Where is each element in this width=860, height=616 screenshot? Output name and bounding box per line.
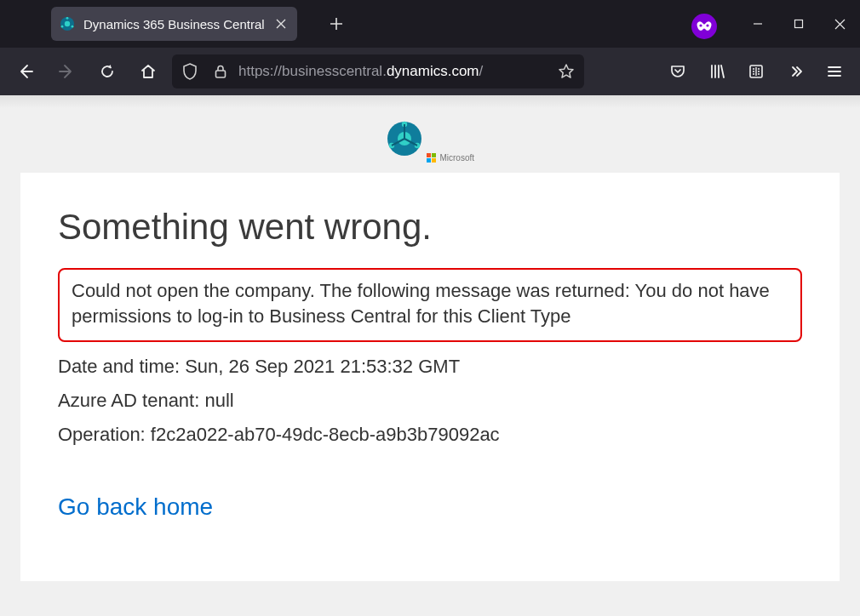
window-maximize-button[interactable] <box>778 7 819 41</box>
microsoft-logo: Microsoft <box>427 153 474 163</box>
business-central-logo-icon <box>386 120 423 157</box>
home-button[interactable] <box>131 54 165 88</box>
pocket-icon[interactable] <box>661 54 695 88</box>
reader-view-icon[interactable] <box>739 54 773 88</box>
tenant-label: Azure AD tenant: <box>58 390 204 411</box>
new-tab-button[interactable] <box>323 10 350 37</box>
url-protocol: https:// <box>238 63 282 79</box>
tab-favicon <box>60 16 75 31</box>
tab-strip: Dynamics 365 Business Central <box>0 0 350 41</box>
toolbar-right <box>661 54 851 88</box>
library-icon[interactable] <box>700 54 734 88</box>
microsoft-logo-icon <box>427 153 436 163</box>
browser-tab[interactable]: Dynamics 365 Business Central <box>51 7 297 41</box>
reload-button[interactable] <box>90 54 124 88</box>
back-button[interactable] <box>9 54 43 88</box>
window-titlebar: Dynamics 365 Business Central <box>0 0 860 48</box>
datetime-label: Date and time: <box>58 356 185 377</box>
toolbar-shadow <box>0 95 860 108</box>
error-message: Could not open the company. The followin… <box>72 278 788 328</box>
page-content: Microsoft Something went wrong. Could no… <box>0 108 860 581</box>
address-bar[interactable]: https://businesscentral.dynamics.com/ <box>172 54 584 88</box>
overflow-icon[interactable] <box>778 54 812 88</box>
browser-toolbar: https://businesscentral.dynamics.com/ <box>0 48 860 95</box>
page-title: Something went wrong. <box>58 207 802 248</box>
tab-title: Dynamics 365 Business Central <box>83 17 265 31</box>
app-menu-icon[interactable] <box>817 54 851 88</box>
url-domain: dynamics.com <box>387 63 479 79</box>
url-subdomain: businesscentral. <box>282 63 387 79</box>
operation-label: Operation: <box>58 424 151 445</box>
svg-point-5 <box>699 24 702 26</box>
datetime-row: Date and time: Sun, 26 Sep 2021 21:53:32… <box>58 356 802 378</box>
operation-value: f2c2a022-ab70-49dc-8ecb-a9b3b79092ac <box>151 424 500 445</box>
error-card: Something went wrong. Could not open the… <box>20 173 840 581</box>
titlebar-right <box>691 0 860 48</box>
svg-rect-7 <box>795 20 803 28</box>
private-browsing-icon <box>691 14 717 39</box>
svg-point-6 <box>706 24 708 26</box>
forward-button[interactable] <box>49 54 83 88</box>
lock-icon[interactable] <box>208 59 233 84</box>
microsoft-logo-text: Microsoft <box>439 153 474 163</box>
svg-point-1 <box>65 21 70 26</box>
go-home-link[interactable]: Go back home <box>58 493 213 521</box>
svg-rect-8 <box>216 71 226 77</box>
bookmark-star-icon[interactable] <box>553 59 579 84</box>
tenant-value: null <box>204 390 233 411</box>
error-highlight-box: Could not open the company. The followin… <box>58 268 802 342</box>
window-minimize-button[interactable] <box>737 7 778 41</box>
tenant-row: Azure AD tenant: null <box>58 390 802 412</box>
url-text[interactable]: https://businesscentral.dynamics.com/ <box>238 63 548 80</box>
operation-row: Operation: f2c2a022-ab70-49dc-8ecb-a9b3b… <box>58 424 802 446</box>
datetime-value: Sun, 26 Sep 2021 21:53:32 GMT <box>185 356 460 377</box>
brand-header: Microsoft <box>0 108 860 168</box>
svg-point-3 <box>72 26 74 28</box>
svg-point-2 <box>66 17 69 20</box>
shield-icon[interactable] <box>177 59 203 84</box>
tab-close-icon[interactable] <box>273 16 289 31</box>
window-close-button[interactable] <box>819 7 860 41</box>
url-path: / <box>479 63 484 79</box>
svg-point-4 <box>61 26 64 28</box>
